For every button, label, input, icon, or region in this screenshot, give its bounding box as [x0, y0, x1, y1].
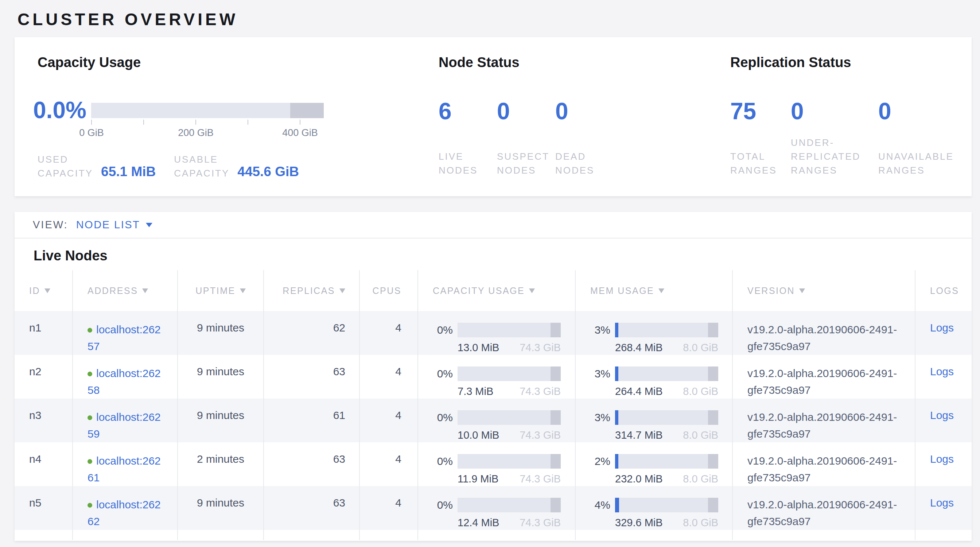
- capacity-total-value: 74.3 GiB: [520, 516, 561, 529]
- mem-bar-fill: [615, 366, 618, 381]
- column-header-label: LOGS: [930, 286, 959, 296]
- uptime-cell: 2 minutes: [177, 442, 263, 486]
- sort-arrow-icon: [339, 288, 345, 293]
- node-list-card: VIEW: NODE LIST Live Nodes ID ADDRESS UP…: [14, 212, 972, 541]
- node-address-cell: localhost:262 61: [72, 442, 177, 486]
- sort-arrow-icon: [45, 288, 50, 293]
- column-header-label: MEM USAGE: [590, 286, 654, 296]
- node-address-link[interactable]: 58: [88, 382, 177, 399]
- logs-cell: Logs: [915, 311, 972, 355]
- capacity-usage-heading: Capacity Usage: [38, 55, 141, 70]
- logs-link[interactable]: Logs: [930, 322, 954, 334]
- mem-total-value: 8.0 GiB: [683, 385, 718, 398]
- node-address-link[interactable]: 62: [88, 513, 177, 530]
- address-line: 62: [88, 515, 100, 527]
- capacity-total-value: 74.3 GiB: [520, 385, 561, 398]
- page-title: CLUSTER OVERVIEW: [18, 10, 980, 29]
- stat-label-line: RANGES: [791, 163, 878, 177]
- column-header-mem-usage[interactable]: MEM USAGE: [575, 270, 732, 311]
- capacity-bar-reserved: [550, 366, 561, 381]
- capacity-total-value: 74.3 GiB: [520, 428, 561, 442]
- axis-tick: [300, 119, 301, 125]
- column-header-uptime[interactable]: UPTIME: [177, 270, 263, 311]
- live-nodes-title: Live Nodes: [14, 239, 972, 270]
- column-header-label: CAPACITY USAGE: [433, 286, 525, 296]
- stat-label-line: USABLE: [174, 153, 229, 166]
- view-selected-value: NODE LIST: [76, 219, 140, 231]
- node-address-cell: localhost:262 57: [72, 311, 177, 355]
- node-address-link[interactable]: localhost:262: [88, 496, 177, 513]
- cpus-cell: 4: [359, 399, 417, 442]
- address-line: localhost:262: [96, 367, 161, 379]
- cluster-summary-card: Capacity Usage 0.0% 0 GiB 200 GiB 400 Gi…: [14, 37, 972, 196]
- stat-label-line: REPLICATED: [791, 149, 878, 163]
- total-ranges-value: 75: [730, 99, 791, 124]
- node-address-link[interactable]: localhost:262: [88, 365, 177, 382]
- column-header-id[interactable]: ID: [14, 270, 72, 311]
- node-address-link[interactable]: localhost:262: [88, 321, 177, 338]
- version-line: v19.2.0-alpha.20190606-2491-: [748, 409, 915, 426]
- capacity-used-value: 10.0 MiB: [458, 428, 499, 442]
- node-address-link[interactable]: localhost:262: [88, 409, 177, 426]
- view-label: VIEW:: [33, 219, 68, 231]
- logs-link[interactable]: Logs: [930, 497, 954, 509]
- mem-used-value: 232.0 MiB: [615, 472, 663, 485]
- mem-used-value: 329.6 MiB: [615, 516, 663, 529]
- logs-cell: Logs: [915, 442, 972, 486]
- capacity-percent: 0%: [418, 411, 453, 424]
- axis-tick: [91, 119, 92, 125]
- column-header-label: UPTIME: [196, 286, 235, 296]
- version-cell: v19.2.0-alpha.20190606-2491- gfe735c9a97: [732, 442, 915, 486]
- table-row: n4 localhost:262 61 2 minutes 63 4 0% 11…: [14, 442, 972, 486]
- mem-percent: 4%: [576, 498, 610, 512]
- logs-link[interactable]: Logs: [930, 453, 954, 465]
- suspect-nodes-stat: 0 SUSPECT NODES: [497, 99, 555, 177]
- capacity-percent: 0%: [418, 367, 453, 380]
- capacity-total-value: 74.3 GiB: [520, 472, 561, 485]
- node-address-link[interactable]: 61: [88, 469, 177, 486]
- under-replicated-ranges-stat: 0 UNDER- REPLICATED RANGES: [791, 99, 878, 177]
- suspect-nodes-value: 0: [497, 99, 555, 124]
- axis-tick-label: 0 GiB: [79, 127, 104, 138]
- mem-bar-reserved: [708, 323, 718, 337]
- version-line: v19.2.0-alpha.20190606-2491-: [748, 453, 915, 469]
- live-status-dot-icon: [88, 459, 92, 464]
- node-id-cell: n1: [14, 311, 72, 355]
- address-line: localhost:262: [96, 323, 161, 336]
- replicas-cell: 63: [263, 486, 359, 530]
- version-cell: v19.2.0-alpha.20190606-2491- gfe735c9a97: [732, 399, 915, 442]
- logs-link[interactable]: Logs: [930, 366, 954, 377]
- version-line: gfe735c9a97: [748, 382, 915, 399]
- live-nodes-value: 6: [439, 99, 497, 124]
- capacity-total-value: 74.3 GiB: [520, 341, 561, 354]
- capacity-used-value: 7.3 MiB: [458, 385, 493, 398]
- usable-capacity-stat: USABLE CAPACITY 445.6 GiB: [174, 153, 299, 180]
- table-header-row: ID ADDRESS UPTIME REPLICAS CPUS CAPACITY…: [14, 270, 972, 311]
- node-id-cell: n3: [14, 399, 72, 442]
- node-address-link[interactable]: localhost:262: [88, 453, 177, 469]
- mem-percent: 2%: [576, 455, 610, 468]
- node-status-heading: Node Status: [439, 55, 520, 70]
- uptime-cell: 9 minutes: [177, 399, 263, 442]
- stat-label-line: NODES: [439, 163, 497, 177]
- capacity-usage-cell: 0% 13.0 MiB74.3 GiB: [417, 311, 575, 355]
- version-line: v19.2.0-alpha.20190606-2491-: [748, 321, 915, 338]
- address-line: localhost:262: [96, 411, 161, 423]
- mem-bar-fill: [615, 323, 618, 337]
- stat-label-line: USED: [38, 153, 93, 166]
- mem-bar-reserved: [708, 366, 718, 381]
- uptime-cell: 9 minutes: [177, 486, 263, 530]
- column-header-capacity-usage[interactable]: CAPACITY USAGE: [417, 270, 575, 311]
- logs-link[interactable]: Logs: [930, 409, 954, 421]
- column-header-address[interactable]: ADDRESS: [72, 270, 177, 311]
- column-header-cpus: CPUS: [359, 270, 417, 311]
- node-address-link[interactable]: 57: [88, 338, 177, 355]
- chevron-down-icon: [146, 223, 153, 227]
- column-header-version[interactable]: VERSION: [732, 270, 915, 311]
- view-selector-dropdown[interactable]: NODE LIST: [76, 219, 153, 231]
- sort-arrow-icon: [240, 288, 246, 293]
- column-header-replicas[interactable]: REPLICAS: [263, 270, 359, 311]
- capacity-used-value: 11.9 MiB: [458, 472, 498, 485]
- node-address-link[interactable]: 59: [88, 426, 177, 442]
- version-line: gfe735c9a97: [748, 469, 915, 486]
